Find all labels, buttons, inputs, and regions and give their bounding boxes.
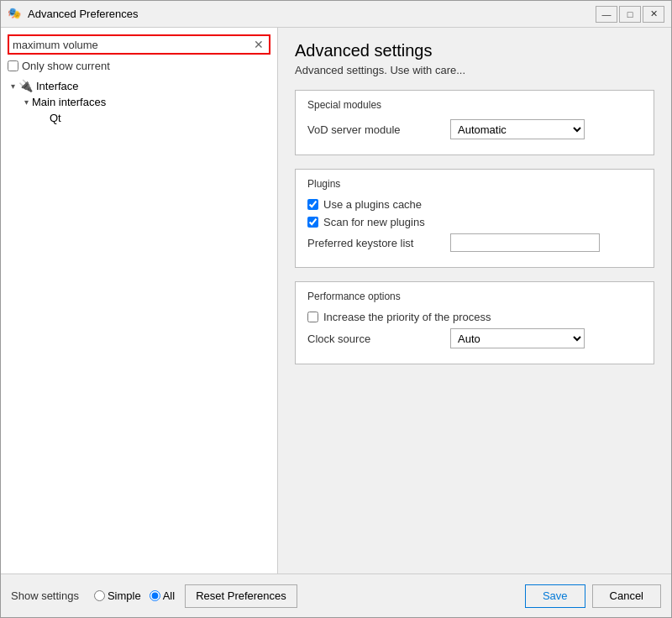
scan-new-plugins-checkbox[interactable] (307, 217, 318, 228)
search-input[interactable] (13, 39, 252, 51)
interface-icon: 🔌 (18, 79, 33, 92)
advanced-settings-subtitle: Advanced settings. Use with care... (295, 64, 654, 76)
clock-source-label: Clock source (307, 333, 442, 345)
special-modules-section: Special modules VoD server module Automa… (295, 90, 654, 155)
left-panel: ✕ Only show current ▾ 🔌 Interface ▾ Main… (1, 28, 278, 573)
cancel-button[interactable]: Cancel (592, 584, 661, 608)
only-show-current-checkbox[interactable] (8, 60, 18, 71)
show-settings-label: Show settings (11, 589, 79, 602)
bottom-right: Save Cancel (525, 584, 661, 608)
tree-item-interface[interactable]: ▾ 🔌 Interface (8, 77, 270, 94)
performance-title: Performance options (307, 291, 642, 302)
only-show-current-label: Only show current (22, 60, 110, 72)
bottom-left: Show settings Simple All Reset Preferenc… (11, 584, 297, 608)
save-button[interactable]: Save (525, 584, 585, 608)
tree-label-qt: Qt (50, 112, 61, 124)
preferred-keystore-row: Preferred keystore list (307, 233, 642, 252)
right-panel: Advanced settings Advanced settings. Use… (278, 28, 671, 573)
tree-arrow-main-interfaces: ▾ (24, 97, 29, 107)
tree-item-main-interfaces[interactable]: ▾ Main interfaces (8, 94, 270, 110)
preferred-keystore-input[interactable] (450, 233, 600, 252)
search-clear-icon[interactable]: ✕ (252, 38, 265, 51)
plugins-title: Plugins (307, 178, 642, 190)
simple-radio-label[interactable]: Simple (94, 589, 141, 602)
window-controls: — □ ✕ (596, 6, 664, 23)
special-modules-title: Special modules (307, 99, 642, 111)
simple-radio-text: Simple (108, 589, 141, 602)
tree-label-interface: Interface (36, 80, 79, 92)
clock-source-select[interactable]: Auto Default Monotonic (450, 328, 585, 348)
tree-label-main-interfaces: Main interfaces (32, 96, 106, 108)
tree-arrow-interface: ▾ (11, 81, 15, 91)
title-bar: 🎭 Advanced Preferences — □ ✕ (1, 1, 671, 28)
increase-priority-checkbox[interactable] (307, 312, 318, 322)
maximize-button[interactable]: □ (619, 6, 641, 23)
search-box: ✕ (9, 36, 269, 53)
plugins-section: Plugins Use a plugins cache Scan for new… (295, 169, 654, 268)
minimize-button[interactable]: — (596, 6, 617, 23)
simple-radio[interactable] (94, 590, 105, 601)
only-show-current-row: Only show current (8, 60, 270, 72)
window-title: Advanced Preferences (28, 8, 139, 20)
advanced-settings-title: Advanced settings (295, 41, 654, 60)
all-radio[interactable] (150, 590, 160, 601)
use-plugins-cache-label: Use a plugins cache (323, 198, 422, 211)
search-box-wrapper: ✕ (8, 34, 270, 55)
vod-server-row: VoD server module Automatic None Custom (307, 119, 642, 139)
radio-group: Simple All (94, 589, 175, 602)
all-radio-label[interactable]: All (150, 589, 175, 602)
increase-priority-row: Increase the priority of the process (307, 311, 642, 323)
main-content: ✕ Only show current ▾ 🔌 Interface ▾ Main… (1, 28, 671, 573)
vod-server-select[interactable]: Automatic None Custom (450, 119, 585, 139)
reset-preferences-button[interactable]: Reset Preferences (185, 584, 297, 608)
bottom-bar: Show settings Simple All Reset Preferenc… (1, 573, 671, 617)
scan-new-plugins-row: Scan for new plugins (307, 216, 642, 228)
tree-item-qt[interactable]: Qt (8, 110, 270, 126)
scan-new-plugins-label: Scan for new plugins (323, 216, 425, 228)
clock-source-row: Clock source Auto Default Monotonic (307, 328, 642, 348)
use-plugins-cache-row: Use a plugins cache (307, 198, 642, 211)
increase-priority-label: Increase the priority of the process (323, 311, 491, 323)
close-button[interactable]: ✕ (643, 6, 664, 23)
preferred-keystore-label: Preferred keystore list (307, 237, 442, 249)
vod-server-label: VoD server module (307, 123, 442, 136)
vlc-icon: 🎭 (8, 7, 23, 22)
performance-section: Performance options Increase the priorit… (295, 281, 654, 364)
use-plugins-cache-checkbox[interactable] (307, 199, 318, 210)
main-window: 🎭 Advanced Preferences — □ ✕ ✕ Only show… (0, 0, 672, 618)
all-radio-text: All (163, 589, 175, 602)
tree-area: ▾ 🔌 Interface ▾ Main interfaces Qt (8, 77, 270, 567)
